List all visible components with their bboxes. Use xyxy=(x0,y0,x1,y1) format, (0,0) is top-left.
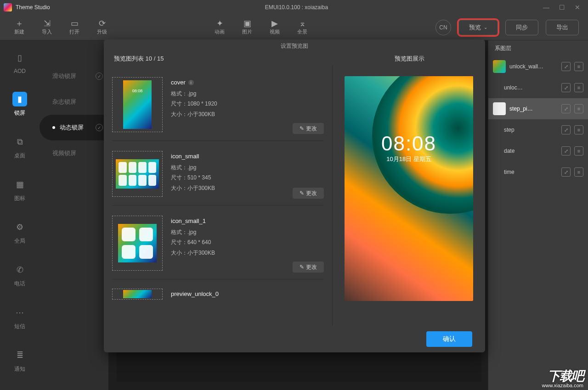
main-toolbar: ＋新建 ⇲导入 ▭打开 ⟳升级 ✦动画 ▣图片 ▶视频 ⌅全景 CN 预览⌄ 同… xyxy=(0,15,588,40)
lock-icon: ▮ xyxy=(12,92,27,106)
change-button[interactable]: ✎更改 xyxy=(293,188,324,199)
modal-body: coveri 格式：.jpg 尺寸：1080 * 1920 大小：小于300KB… xyxy=(104,65,485,326)
chevron-down-icon: ⌄ xyxy=(484,25,487,30)
preview-button[interactable]: 预览⌄ xyxy=(458,20,498,35)
lock-icon[interactable]: ⤢ xyxy=(561,125,571,134)
sidebar-item-aod[interactable]: ▯AOD xyxy=(0,49,40,76)
preview-show-head: 预览图展示 xyxy=(334,55,485,63)
subnav-dynamic-lock[interactable]: 动态锁屏✓ xyxy=(40,115,108,140)
pencil-icon: ✎ xyxy=(300,125,304,132)
upgrade-button[interactable]: ⟳升级 xyxy=(92,18,112,37)
menu-icon[interactable]: ≡ xyxy=(574,146,583,156)
lock-icon[interactable]: ⤢ xyxy=(561,167,571,177)
sidebar-item-sms[interactable]: ⋯短信 xyxy=(0,303,40,332)
image-button[interactable]: ▣图片 xyxy=(237,18,257,37)
sidebar-item-lock[interactable]: ▮锁屏 xyxy=(0,90,40,119)
preview-item-cover[interactable]: coveri 格式：.jpg 尺寸：1080 * 1920 大小：小于300KB… xyxy=(112,67,324,141)
preview-display: 08:08 10月18日 星期五 xyxy=(333,65,485,326)
lock-date: 10月18日 星期五 xyxy=(345,155,473,163)
layer-row[interactable]: time⤢≡ xyxy=(488,162,588,183)
sync-button[interactable]: 同步 xyxy=(505,20,538,35)
menu-icon[interactable]: ≡ xyxy=(574,62,583,71)
lock-icon[interactable]: ⤢ xyxy=(561,62,571,71)
window-controls: — ☐ ✕ xyxy=(543,4,584,11)
sidebar-item-notify[interactable]: ≣通知 xyxy=(0,346,40,375)
menu-icon[interactable]: ≡ xyxy=(574,83,583,92)
layer-row[interactable]: step⤢≡ xyxy=(488,119,588,140)
sidebar-item-desktop[interactable]: ⧉桌面 xyxy=(0,133,40,162)
app-title: Theme Studio xyxy=(16,4,50,11)
panorama-button[interactable]: ⌅全景 xyxy=(292,18,312,37)
pencil-icon: ✎ xyxy=(300,264,304,270)
lock-icon[interactable]: ⤢ xyxy=(561,146,571,156)
new-button[interactable]: ＋新建 xyxy=(9,18,29,37)
preview-item-icon-small-1[interactable]: icon_small_1 格式：.jpg 尺寸：640 * 640 大小：小于3… xyxy=(112,206,324,279)
left-sidebar: ▯AOD ▮锁屏 ⧉桌面 ▦图标 ⚙全局 ✆电话 ⋯短信 ≣通知 xyxy=(0,40,40,390)
language-toggle[interactable]: CN xyxy=(435,20,451,35)
list-icon: ≣ xyxy=(12,348,27,362)
import-button[interactable]: ⇲导入 xyxy=(37,18,57,37)
sidebar-item-phone[interactable]: ✆电话 xyxy=(0,261,40,290)
sparkle-icon: ✦ xyxy=(216,19,223,28)
check-icon: ✓ xyxy=(96,72,103,80)
video-button[interactable]: ▶视频 xyxy=(265,18,285,37)
import-icon: ⇲ xyxy=(44,19,51,28)
desktop-icon: ⧉ xyxy=(12,134,27,149)
preview-settings-modal: 设置预览图 预览图列表 10 / 15 预览图展示 coveri 格式：.jpg… xyxy=(104,39,485,352)
pencil-icon: ✎ xyxy=(300,190,304,196)
close-button[interactable]: ✕ xyxy=(574,4,581,11)
layer-thumb-icon xyxy=(493,60,506,73)
layer-inspector: 系图层 unlock_wall…⤢≡ unloc…⤢≡ step_pi…⤢≡ s… xyxy=(488,40,588,390)
menu-icon[interactable]: ≡ xyxy=(574,125,583,134)
animation-button[interactable]: ✦动画 xyxy=(209,18,230,37)
video-icon: ▶ xyxy=(271,19,278,28)
modal-column-heads: 预览图列表 10 / 15 预览图展示 xyxy=(104,52,485,65)
dot-icon xyxy=(52,126,55,129)
thumbnail xyxy=(112,216,163,271)
upgrade-icon: ⟳ xyxy=(99,19,106,28)
subnav-video-lock[interactable]: 视频锁屏 xyxy=(40,140,108,166)
change-button[interactable]: ✎更改 xyxy=(293,262,324,273)
layer-thumb-icon xyxy=(493,102,506,115)
layer-row[interactable]: date⤢≡ xyxy=(488,140,588,162)
phone-icon: ✆ xyxy=(12,262,27,277)
modal-footer: 确认 xyxy=(104,326,485,352)
preview-list[interactable]: coveri 格式：.jpg 尺寸：1080 * 1920 大小：小于300KB… xyxy=(104,65,333,326)
maximize-button[interactable]: ☐ xyxy=(559,4,565,11)
export-button[interactable]: 导出 xyxy=(546,20,579,35)
modal-title: 设置预览图 xyxy=(104,39,485,52)
thumbnail xyxy=(112,77,163,132)
preview-item-unlock-0[interactable]: preview_unlock_0 xyxy=(112,279,324,302)
lock-icon[interactable]: ⤢ xyxy=(561,83,571,92)
layer-row[interactable]: step_pi…⤢≡ xyxy=(488,98,588,119)
window-subtitle: EMUI10.0.100 : xoiazaiba xyxy=(50,4,543,11)
message-icon: ⋯ xyxy=(12,305,27,320)
plus-icon: ＋ xyxy=(15,19,23,28)
sidebar-item-icons[interactable]: ▦图标 xyxy=(0,175,40,204)
lock-icon[interactable]: ⤢ xyxy=(561,104,571,113)
thumbnail xyxy=(112,289,163,300)
subnav-magazine-lock[interactable]: 杂志锁屏 xyxy=(40,89,108,115)
image-icon: ▣ xyxy=(243,19,251,28)
preview-item-icon-small[interactable]: icon_small 格式：.jpg 尺寸：510 * 345 大小：小于300… xyxy=(112,141,324,206)
panorama-icon: ⌅ xyxy=(299,19,306,28)
titlebar: Theme Studio EMUI10.0.100 : xoiazaiba — … xyxy=(0,0,588,15)
subnav-slide-lock[interactable]: 滑动锁屏✓ xyxy=(40,63,108,89)
change-button[interactable]: ✎更改 xyxy=(293,123,324,134)
app-logo-icon xyxy=(4,3,12,11)
sidebar-item-global[interactable]: ⚙全局 xyxy=(0,218,40,247)
layer-row[interactable]: unlock_wall…⤢≡ xyxy=(488,56,588,77)
lock-time: 08:08 xyxy=(345,132,473,155)
gear-icon: ⚙ xyxy=(12,220,27,234)
lock-subnav: 滑动锁屏✓ 杂志锁屏 动态锁屏✓ 视频锁屏 xyxy=(40,40,108,390)
preview-meta: preview_unlock_0 xyxy=(171,289,324,300)
menu-icon[interactable]: ≡ xyxy=(574,167,583,177)
confirm-button[interactable]: 确认 xyxy=(426,331,472,347)
minimize-button[interactable]: — xyxy=(543,4,549,11)
info-icon[interactable]: i xyxy=(188,80,194,85)
watermark: 下载吧 www.xiazaiba.com xyxy=(542,370,583,388)
open-button[interactable]: ▭打开 xyxy=(64,18,85,37)
menu-icon[interactable]: ≡ xyxy=(574,104,583,113)
inspector-title: 系图层 xyxy=(488,40,588,56)
layer-row[interactable]: unloc…⤢≡ xyxy=(488,77,588,98)
